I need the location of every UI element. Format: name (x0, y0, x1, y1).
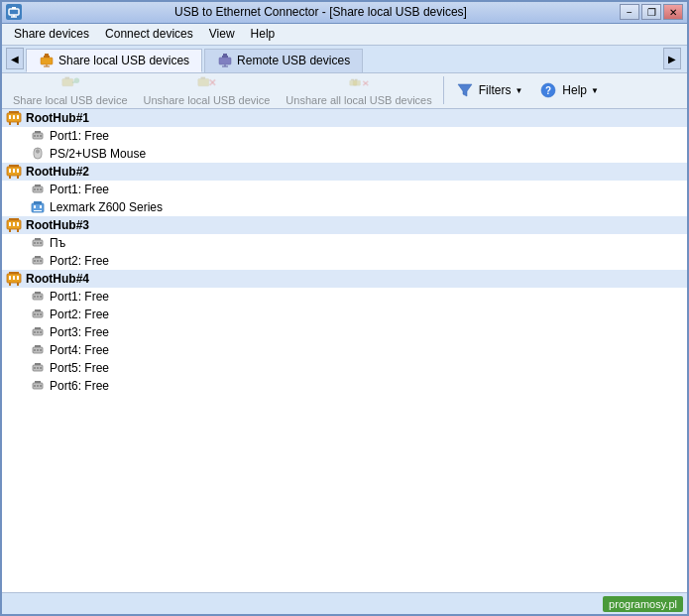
tree-hub4-port6[interactable]: Port6: Free (2, 377, 687, 395)
tree-root-hub2[interactable]: RootHub#2 (2, 163, 687, 181)
svg-rect-14 (62, 78, 73, 85)
svg-rect-76 (35, 256, 41, 258)
close-button[interactable]: ✕ (663, 4, 683, 20)
tree-hub3-port2[interactable]: Port2: Free (2, 252, 687, 270)
svg-rect-88 (35, 292, 41, 294)
hub2-lexmark-icon (30, 199, 46, 215)
svg-rect-54 (35, 185, 41, 186)
svg-rect-103 (35, 345, 41, 347)
tree-root-hub3[interactable]: RootHub#3 (2, 216, 687, 234)
menu-view[interactable]: View (201, 24, 243, 45)
menu-connect-devices[interactable]: Connect devices (97, 24, 201, 45)
tree-hub4-port4[interactable]: Port4: Free (2, 341, 687, 359)
svg-rect-35 (9, 115, 11, 119)
hub3-label: RootHub#3 (26, 218, 89, 232)
help-dropdown-arrow: ▼ (591, 86, 599, 95)
filters-icon (455, 81, 475, 99)
menu-share-devices[interactable]: Share devices (6, 24, 97, 45)
tab-bar: ◀ Share local USB devices (2, 46, 687, 73)
svg-rect-45 (36, 150, 40, 153)
restore-button[interactable]: ❐ (641, 4, 661, 20)
svg-text:?: ? (545, 85, 551, 96)
unshare-all-local-button[interactable]: Unshare all local USB devices (279, 74, 438, 106)
tab-nav-right[interactable]: ▶ (663, 48, 681, 69)
svg-rect-50 (9, 169, 11, 173)
tree-hub2-lexmark[interactable]: Lexmark Z600 Series (2, 198, 687, 216)
tree-hub4-port5[interactable]: Port5: Free (2, 359, 687, 377)
help-button[interactable]: ? Help ▼ (531, 74, 606, 106)
tab-nav-left[interactable]: ◀ (6, 48, 24, 69)
tree-hub4-port3[interactable]: Port3: Free (2, 323, 687, 341)
tree-hub3-device[interactable]: Пъ (2, 234, 687, 252)
svg-rect-5 (44, 56, 50, 58)
hub1-ps2mouse-icon (30, 146, 46, 162)
hub1-ps2mouse-label: PS/2+USB Mouse (50, 147, 146, 161)
hub4-port1-icon (30, 289, 46, 305)
share-local-device-label: Share local USB device (13, 94, 128, 106)
watermark-label: programosy.pl (603, 596, 683, 612)
svg-marker-28 (458, 84, 472, 96)
hub1-label: RootHub#1 (26, 111, 89, 125)
minimize-button[interactable]: − (620, 4, 639, 20)
hub1-port1-icon (30, 128, 46, 144)
hub4-port3-icon (30, 324, 46, 340)
share-local-device-icon (60, 74, 80, 92)
svg-rect-24 (353, 80, 360, 85)
help-label: Help (562, 83, 587, 97)
tree-hub4-port2[interactable]: Port2: Free (2, 306, 687, 323)
svg-rect-61 (34, 205, 36, 208)
hub3-port2-icon (30, 253, 46, 269)
svg-rect-48 (9, 176, 11, 179)
tab-remote-usb[interactable]: Remote USB devices (204, 49, 363, 72)
tree-hub1-ps2mouse[interactable]: PS/2+USB Mouse (2, 145, 687, 163)
hub4-port5-label: Port5: Free (50, 361, 109, 375)
svg-rect-18 (198, 78, 209, 85)
filters-button[interactable]: Filters ▼ (448, 74, 530, 106)
svg-rect-66 (17, 229, 19, 232)
hub3-icon (6, 217, 22, 233)
svg-rect-93 (35, 309, 41, 311)
hub1-icon (6, 110, 22, 126)
help-icon: ? (538, 81, 558, 99)
unshare-local-device-label: Unshare local USB device (144, 94, 271, 106)
filters-dropdown-arrow: ▼ (515, 86, 522, 95)
unshare-local-device-button[interactable]: Unshare local USB device (137, 74, 278, 106)
share-local-device-button[interactable]: Share local USB device (6, 74, 135, 106)
svg-rect-33 (9, 122, 11, 125)
hub2-port1-icon (30, 182, 46, 197)
tree-root-hub4[interactable]: RootHub#4 (2, 270, 687, 288)
menu-help[interactable]: Help (243, 24, 284, 45)
unshare-all-local-label: Unshare all local USB devices (286, 94, 431, 106)
hub4-port6-label: Port6: Free (50, 379, 109, 393)
svg-rect-64 (9, 218, 19, 220)
svg-rect-34 (17, 122, 19, 125)
unshare-local-device-icon (196, 74, 216, 92)
svg-rect-59 (34, 201, 42, 204)
tab-remote-usb-label: Remote USB devices (237, 54, 350, 67)
status-bar: programosy.pl (2, 592, 687, 614)
svg-rect-84 (9, 276, 11, 280)
svg-rect-71 (35, 238, 41, 240)
hub3-device-label: Пъ (50, 236, 65, 250)
title-bar: USB to Ethernet Connector - [Share local… (2, 2, 687, 24)
tree-hub4-port1[interactable]: Port1: Free (2, 288, 687, 306)
tree-root-hub1[interactable]: RootHub#1 (2, 109, 687, 127)
tree-hub1-port1[interactable]: Port1: Free (2, 127, 687, 145)
hub3-device-icon (30, 235, 46, 251)
tree-hub2-port1[interactable]: Port1: Free (2, 181, 687, 198)
svg-rect-60 (34, 210, 42, 211)
filters-label: Filters (479, 83, 512, 97)
tab-share-local[interactable]: Share local USB devices (26, 49, 202, 72)
app-icon (6, 4, 22, 20)
hub3-port2-label: Port2: Free (50, 254, 109, 268)
svg-rect-4 (41, 58, 53, 64)
svg-rect-11 (223, 54, 227, 56)
svg-rect-51 (13, 169, 15, 173)
hub4-port6-icon (30, 378, 46, 394)
svg-rect-47 (9, 165, 19, 167)
hub2-lexmark-label: Lexmark Z600 Series (50, 200, 163, 214)
hub4-icon (6, 271, 22, 287)
svg-rect-68 (13, 222, 15, 226)
svg-rect-69 (17, 222, 19, 226)
svg-rect-98 (35, 327, 41, 329)
